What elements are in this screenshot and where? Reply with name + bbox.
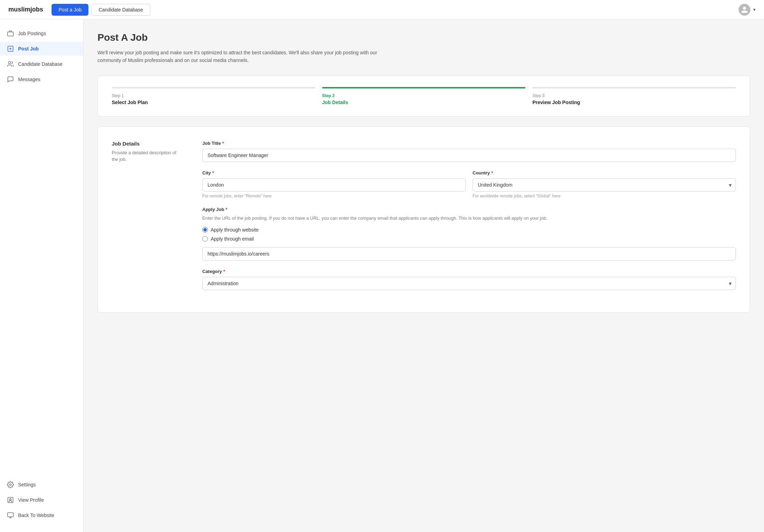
city-label: City * xyxy=(202,170,466,175)
form-section-desc: Provide a detailed description of the jo… xyxy=(112,149,181,163)
apply-radio-group: Apply through website Apply through emai… xyxy=(202,227,736,242)
step-1: Step 1 Select Job Plan xyxy=(112,87,322,105)
sidebar-item-post-job[interactable]: Post Job xyxy=(0,42,83,56)
briefcase-icon xyxy=(7,30,14,37)
step-1-number: Step 1 xyxy=(112,93,315,98)
sidebar-top: Job Postings Post Job Candidate Database xyxy=(0,26,83,86)
top-nav-left: muslimjobs Post a Job Candidate Database xyxy=(8,4,150,16)
country-hint: For worldwide remote jobs, select "Globa… xyxy=(473,194,736,198)
sidebar-item-job-postings[interactable]: Job Postings xyxy=(0,26,83,40)
city-group: City * For remote jobs, enter "Remote" h… xyxy=(202,170,466,198)
country-select[interactable]: United Kingdom United States Global xyxy=(473,178,736,191)
user-icon xyxy=(741,6,748,14)
sidebar-item-back-to-website[interactable]: Back To Website xyxy=(0,508,83,522)
step-2: Step 2 Job Details xyxy=(322,87,532,105)
main-layout: Job Postings Post Job Candidate Database xyxy=(0,19,764,532)
sidebar-item-view-profile[interactable]: View Profile xyxy=(0,493,83,507)
profile-icon xyxy=(7,496,14,503)
apply-email-radio[interactable] xyxy=(202,236,208,242)
step-2-label: Job Details xyxy=(322,100,525,105)
sidebar-label-messages: Messages xyxy=(18,77,40,82)
form-fields: Job Title * City * For xyxy=(202,141,736,299)
step-3-bar xyxy=(532,87,736,88)
apply-job-desc: Enter the URL of the job posting. If you… xyxy=(202,215,736,222)
sidebar-item-settings[interactable]: Settings xyxy=(0,478,83,492)
sidebar: Job Postings Post Job Candidate Database xyxy=(0,19,84,532)
avatar xyxy=(739,4,750,16)
page-description: We'll review your job posting and make s… xyxy=(98,49,383,64)
candidate-database-button[interactable]: Candidate Database xyxy=(91,4,150,16)
step-3: Step 3 Preview Job Posting xyxy=(532,87,736,105)
apply-url-input[interactable] xyxy=(202,247,736,260)
form-sidebar: Job Details Provide a detailed descripti… xyxy=(112,141,181,299)
top-nav: muslimjobs Post a Job Candidate Database… xyxy=(0,0,764,19)
city-country-row: City * For remote jobs, enter "Remote" h… xyxy=(202,170,736,198)
sidebar-bottom: Settings View Profile Back To Website xyxy=(0,478,83,525)
city-required: * xyxy=(212,170,214,175)
category-label: Category * xyxy=(202,269,736,274)
step-3-label: Preview Job Posting xyxy=(532,100,736,105)
top-nav-buttons: Post a Job Candidate Database xyxy=(52,4,150,16)
job-title-label: Job Title * xyxy=(202,141,736,146)
sidebar-label-candidate-database: Candidate Database xyxy=(18,61,63,67)
main-content: Post A Job We'll review your job posting… xyxy=(84,19,764,532)
category-select[interactable]: Administration Engineering Marketing Fin… xyxy=(202,277,736,290)
form-card: Job Details Provide a detailed descripti… xyxy=(98,126,750,313)
country-label: Country * xyxy=(473,170,736,175)
svg-point-3 xyxy=(10,484,11,486)
category-select-wrapper: Administration Engineering Marketing Fin… xyxy=(202,277,736,290)
svg-point-2 xyxy=(8,62,11,64)
post-job-icon xyxy=(7,45,14,52)
category-group: Category * Administration Engineering Ma… xyxy=(202,269,736,290)
steps-wrapper: Step 1 Select Job Plan Step 2 Job Detail… xyxy=(112,87,736,105)
sidebar-label-back-to-website: Back To Website xyxy=(18,513,54,518)
country-required: * xyxy=(491,170,493,175)
apply-job-group: Apply Job * Enter the URL of the job pos… xyxy=(202,207,736,261)
step-1-label: Select Job Plan xyxy=(112,100,315,105)
sidebar-item-messages[interactable]: Messages xyxy=(0,72,83,86)
svg-point-4 xyxy=(10,499,11,500)
sidebar-label-settings: Settings xyxy=(18,482,36,487)
job-title-input[interactable] xyxy=(202,149,736,162)
form-layout: Job Details Provide a detailed descripti… xyxy=(112,141,736,299)
form-section-title: Job Details xyxy=(112,141,181,147)
city-input[interactable] xyxy=(202,178,466,191)
monitor-icon xyxy=(7,512,14,519)
step-1-bar xyxy=(112,87,315,88)
sidebar-item-candidate-database[interactable]: Candidate Database xyxy=(0,57,83,71)
user-chevron: ▾ xyxy=(753,7,756,12)
message-icon xyxy=(7,76,14,83)
gear-icon xyxy=(7,481,14,488)
sidebar-label-post-job: Post Job xyxy=(18,46,39,52)
post-job-button[interactable]: Post a Job xyxy=(52,4,88,16)
category-required: * xyxy=(223,269,225,274)
step-2-number: Step 2 xyxy=(322,93,525,98)
required-star: * xyxy=(222,141,224,146)
steps-card: Step 1 Select Job Plan Step 2 Job Detail… xyxy=(98,76,750,117)
apply-required: * xyxy=(226,207,227,212)
page-title: Post A Job xyxy=(98,32,750,43)
people-icon xyxy=(7,61,14,68)
apply-job-label: Apply Job * xyxy=(202,207,736,212)
svg-rect-5 xyxy=(8,513,14,517)
apply-website-option[interactable]: Apply through website xyxy=(202,227,736,233)
apply-email-option[interactable]: Apply through email xyxy=(202,236,736,242)
country-select-wrapper: United Kingdom United States Global ▾ xyxy=(473,178,736,191)
sidebar-label-view-profile: View Profile xyxy=(18,497,44,503)
sidebar-label-job-postings: Job Postings xyxy=(18,31,46,36)
apply-website-radio[interactable] xyxy=(202,227,208,233)
step-3-number: Step 3 xyxy=(532,93,736,98)
svg-rect-0 xyxy=(8,32,14,36)
user-menu[interactable]: ▾ xyxy=(739,4,756,16)
step-2-bar xyxy=(322,87,525,88)
country-group: Country * United Kingdom United States G… xyxy=(473,170,736,198)
job-title-group: Job Title * xyxy=(202,141,736,162)
logo: muslimjobs xyxy=(8,6,43,13)
city-hint: For remote jobs, enter "Remote" here xyxy=(202,194,466,198)
